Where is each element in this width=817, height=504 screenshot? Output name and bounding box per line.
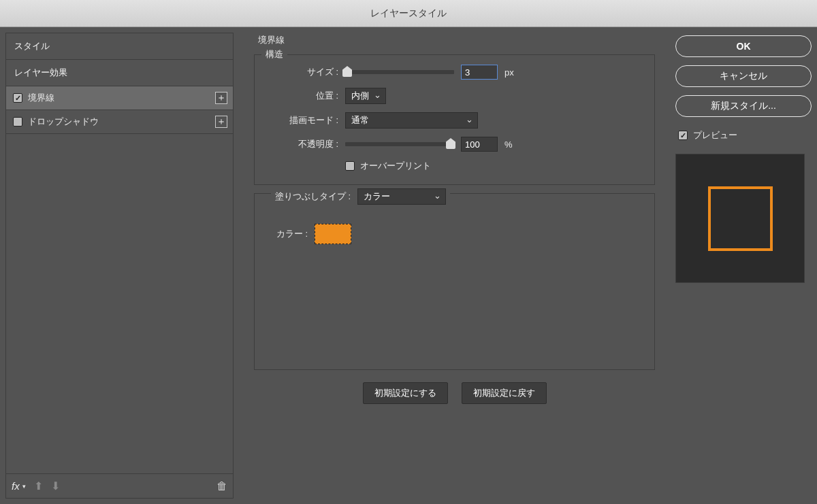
preview-swatch xyxy=(708,186,773,251)
fx-menu-icon[interactable]: fx xyxy=(12,480,20,492)
preview-label: プレビュー xyxy=(693,129,737,141)
color-swatch[interactable] xyxy=(315,224,351,244)
blendmode-select[interactable]: 通常 xyxy=(345,112,478,129)
trash-icon[interactable]: 🗑 xyxy=(217,480,227,492)
checkbox-icon[interactable] xyxy=(345,161,355,171)
window-title: レイヤースタイル xyxy=(370,7,447,20)
layer-effects-header[interactable]: レイヤー効果 xyxy=(6,60,233,86)
color-label: カラー : xyxy=(267,228,308,240)
cancel-button[interactable]: キャンセル xyxy=(675,65,812,87)
size-row: サイズ : px xyxy=(267,65,642,80)
move-up-icon[interactable]: ⬆ xyxy=(34,480,43,492)
size-label: サイズ : xyxy=(267,66,338,78)
new-style-button[interactable]: 新規スタイル... xyxy=(675,95,812,117)
overprint-label: オーバープリント xyxy=(360,160,431,172)
structure-legend: 構造 xyxy=(261,48,287,61)
blendmode-label: 描画モード : xyxy=(267,114,338,127)
fill-type-label: 塗りつぶしタイプ : xyxy=(275,190,351,203)
opacity-label: 不透明度 : xyxy=(267,138,338,150)
checkbox-icon[interactable] xyxy=(13,117,22,127)
size-slider[interactable] xyxy=(345,70,454,74)
chevron-down-icon[interactable]: ▾ xyxy=(22,483,26,490)
preview-box xyxy=(675,154,805,283)
slider-thumb-icon[interactable] xyxy=(446,138,455,149)
default-buttons-row: 初期設定にする 初期設定に戻す xyxy=(254,382,655,404)
add-effect-icon[interactable]: ＋ xyxy=(215,92,227,104)
opacity-unit: % xyxy=(504,139,513,150)
blendmode-row: 描画モード : 通常 xyxy=(267,112,642,129)
left-panel: スタイル レイヤー効果 境界線 ＋ ドロップシャドウ ＋ fx ▾ ⬆ ⬇ 🗑 xyxy=(5,33,234,499)
dialog-content: スタイル レイヤー効果 境界線 ＋ ドロップシャドウ ＋ fx ▾ ⬆ ⬇ 🗑 … xyxy=(0,27,817,504)
styles-header[interactable]: スタイル xyxy=(6,33,233,60)
section-title: 境界線 xyxy=(258,34,655,46)
style-item-label: ドロップシャドウ xyxy=(28,116,99,128)
overprint-row: オーバープリント xyxy=(345,160,642,172)
center-panel: 境界線 構造 サイズ : px 位置 : 内側 描画モード : 通常 不透明度 … xyxy=(240,33,669,499)
color-row: カラー : xyxy=(267,224,642,244)
opacity-row: 不透明度 : % xyxy=(267,137,642,152)
position-row: 位置 : 内側 xyxy=(267,88,642,104)
size-unit: px xyxy=(504,67,514,78)
add-effect-icon[interactable]: ＋ xyxy=(215,116,227,128)
checkbox-icon[interactable] xyxy=(13,93,22,103)
ok-button[interactable]: OK xyxy=(675,35,812,57)
fill-fieldset: 塗りつぶしタイプ : カラー カラー : xyxy=(254,193,655,370)
style-item-stroke[interactable]: 境界線 ＋ xyxy=(6,86,233,110)
structure-fieldset: 構造 サイズ : px 位置 : 内側 描画モード : 通常 不透明度 : % xyxy=(254,54,655,185)
opacity-slider[interactable] xyxy=(345,142,454,146)
styles-list: スタイル レイヤー効果 境界線 ＋ ドロップシャドウ ＋ xyxy=(5,33,234,474)
styles-toolbar: fx ▾ ⬆ ⬇ 🗑 xyxy=(5,474,234,499)
make-default-button[interactable]: 初期設定にする xyxy=(363,382,448,404)
right-panel: OK キャンセル 新規スタイル... プレビュー xyxy=(675,33,812,499)
reset-default-button[interactable]: 初期設定に戻す xyxy=(462,382,547,404)
preview-toggle-row: プレビュー xyxy=(678,129,812,141)
style-item-label: 境界線 xyxy=(28,92,54,104)
position-label: 位置 : xyxy=(267,90,338,102)
fill-type-select[interactable]: カラー xyxy=(357,188,446,205)
window-titlebar: レイヤースタイル xyxy=(0,0,817,27)
slider-thumb-icon[interactable] xyxy=(342,66,352,77)
checkbox-icon[interactable] xyxy=(678,131,688,140)
position-select[interactable]: 内側 xyxy=(345,88,386,104)
style-item-dropshadow[interactable]: ドロップシャドウ ＋ xyxy=(6,110,233,134)
opacity-input[interactable] xyxy=(461,137,498,152)
move-down-icon[interactable]: ⬇ xyxy=(51,480,60,492)
size-input[interactable] xyxy=(461,65,498,80)
